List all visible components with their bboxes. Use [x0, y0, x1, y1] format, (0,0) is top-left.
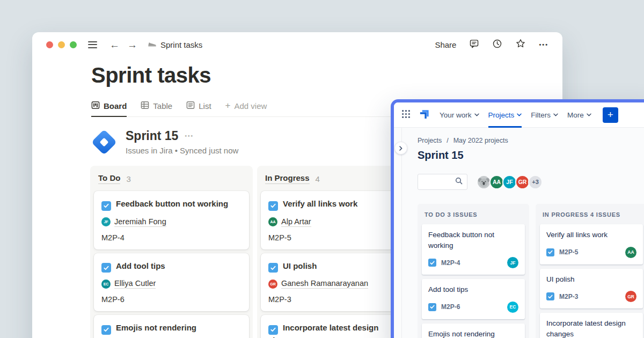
task-title: UI polish [283, 261, 317, 270]
task-card[interactable]: Feedback button not working JF Jeremiah … [94, 191, 249, 249]
favorite-star-icon[interactable] [515, 38, 526, 51]
issue-card[interactable]: Verify all links work M2P-5 AA [540, 224, 643, 264]
view-tabs: Board Table List + Add view [91, 100, 439, 117]
create-button[interactable]: + [603, 107, 618, 123]
issue-key: M2P-3 [268, 295, 408, 304]
document-title: Sprint tasks [160, 40, 202, 49]
breadcrumb-projects[interactable]: Projects [418, 137, 442, 144]
column-header: TO DO 3 ISSUES [422, 204, 525, 224]
sidebar-expand-button[interactable] [394, 142, 407, 155]
task-type-icon [546, 292, 554, 300]
comments-icon[interactable] [469, 39, 479, 51]
avatar: GR [268, 280, 277, 289]
notion-titlebar: ← → Sprint tasks Share ••• [32, 32, 562, 57]
checkbox-icon[interactable] [101, 325, 111, 335]
issue-card[interactable]: Emojis not rendering M2P-1 AA [422, 324, 525, 338]
jira-board: TO DO 3 ISSUES Feedback button not worki… [418, 204, 644, 338]
avatar[interactable]: GR [625, 291, 636, 302]
checkbox-icon[interactable] [101, 201, 111, 211]
database-title: Sprint 15 [126, 129, 178, 143]
task-card[interactable]: Emojis not rendering AA Alp Artar [94, 315, 249, 338]
checkbox-icon[interactable] [268, 263, 278, 273]
sneaker-icon [147, 39, 157, 50]
search-icon [455, 177, 463, 187]
more-options-button[interactable]: ••• [539, 41, 548, 48]
assignee-link[interactable]: Ganesh Ramanarayanan [281, 279, 368, 289]
jira-logo-icon [92, 130, 116, 154]
issue-key: M2P-5 [268, 233, 408, 242]
breadcrumb-current[interactable]: May 2022 projects [453, 137, 508, 144]
assignee-link[interactable]: Elliya Cutler [114, 279, 156, 289]
issue-card[interactable]: Incorporate latest design changes M2P-2 … [540, 313, 643, 338]
document-chip[interactable]: Sprint tasks [147, 39, 202, 50]
back-button[interactable]: ← [109, 40, 120, 50]
avatar: JF [101, 217, 111, 226]
nav-filters[interactable]: Filters [531, 102, 558, 128]
avatar[interactable]: GR [515, 175, 530, 189]
tab-list[interactable]: List [186, 101, 211, 117]
window-minimize-button[interactable] [58, 41, 65, 48]
issue-card[interactable]: Add tool tips M2P-6 EC [422, 279, 525, 319]
column-count: 4 [316, 174, 320, 183]
checkbox-icon[interactable] [268, 201, 278, 211]
issue-title: Verify all links work [546, 230, 636, 240]
checkbox-icon[interactable] [268, 325, 278, 335]
jira-window: Your work Projects Filters More + [391, 99, 644, 338]
task-title: Verify all links work [283, 199, 357, 208]
breadcrumb: Projects / May 2022 projects [418, 137, 644, 144]
add-view-button[interactable]: + Add view [225, 100, 267, 117]
board-title: Sprint 15 [418, 149, 644, 161]
jira-content: Projects / May 2022 projects Sprint 15 [394, 128, 644, 338]
nav-more[interactable]: More [567, 102, 591, 128]
window-zoom-button[interactable] [70, 41, 77, 48]
nav-projects[interactable]: Projects [488, 102, 522, 128]
assignee-link[interactable]: Jeremiah Fong [114, 217, 166, 227]
avatar-overflow-count[interactable]: +3 [528, 175, 543, 189]
column-count: 3 [126, 174, 130, 183]
issue-title: Feedback button not working [428, 230, 518, 251]
issue-card[interactable]: Feedback button not working M2P-4 JF [422, 224, 525, 275]
checkbox-icon[interactable] [101, 263, 111, 273]
avatar[interactable]: AA [625, 247, 636, 258]
column-name[interactable]: In Progress [265, 173, 310, 184]
column-header: IN PROGRESS 4 ISSUES [540, 204, 643, 224]
search-input[interactable] [418, 174, 467, 190]
plus-icon: + [225, 100, 231, 111]
jira-top-nav: Your work Projects Filters More + [394, 102, 644, 128]
issue-card[interactable]: UI polish M2P-3 GR [540, 269, 643, 309]
issue-key: M2P-6 [101, 295, 241, 304]
column-todo: TO DO 3 ISSUES Feedback button not worki… [418, 204, 529, 338]
tab-table[interactable]: Table [141, 101, 172, 117]
avatar[interactable]: EC [507, 302, 518, 313]
task-card[interactable]: Add tool tips EC Elliya Cutler M2P-6 [94, 253, 249, 312]
updates-clock-icon[interactable] [492, 39, 502, 51]
issue-title: Incorporate latest design changes [546, 318, 636, 338]
forward-button[interactable]: → [127, 40, 137, 50]
app-switcher-icon[interactable] [401, 109, 411, 121]
avatar[interactable]: JF [507, 257, 518, 268]
issue-key: M2P-6 [441, 303, 460, 311]
breadcrumb-separator: / [447, 137, 448, 144]
page-title: Sprint tasks [91, 63, 562, 87]
tab-board[interactable]: Board [91, 101, 127, 117]
assignee-link[interactable]: Alp Artar [281, 217, 311, 227]
column-name[interactable]: To Do [98, 173, 120, 184]
sidebar-menu-button[interactable] [86, 40, 99, 50]
sync-status: Issues in Jira • Synced just now [126, 146, 238, 155]
database-more-button[interactable]: ••• [185, 133, 194, 139]
issue-title: Add tool tips [428, 284, 518, 295]
board-view-icon [91, 101, 100, 111]
jira-brand-icon[interactable] [420, 108, 430, 121]
list-view-icon [186, 101, 195, 111]
window-close-button[interactable] [46, 41, 53, 48]
issue-key: M2P-5 [559, 248, 578, 256]
koala-avatar[interactable] [477, 175, 491, 189]
nav-your-work[interactable]: Your work [440, 102, 479, 128]
task-type-icon [428, 259, 436, 267]
issue-key: M2P-4 [101, 233, 241, 242]
avatar[interactable]: JF [502, 175, 517, 189]
share-button[interactable]: Share [435, 40, 456, 49]
issue-key: M2P-3 [559, 293, 578, 300]
avatar[interactable]: AA [489, 175, 504, 189]
task-title: Feedback button not working [116, 199, 228, 208]
